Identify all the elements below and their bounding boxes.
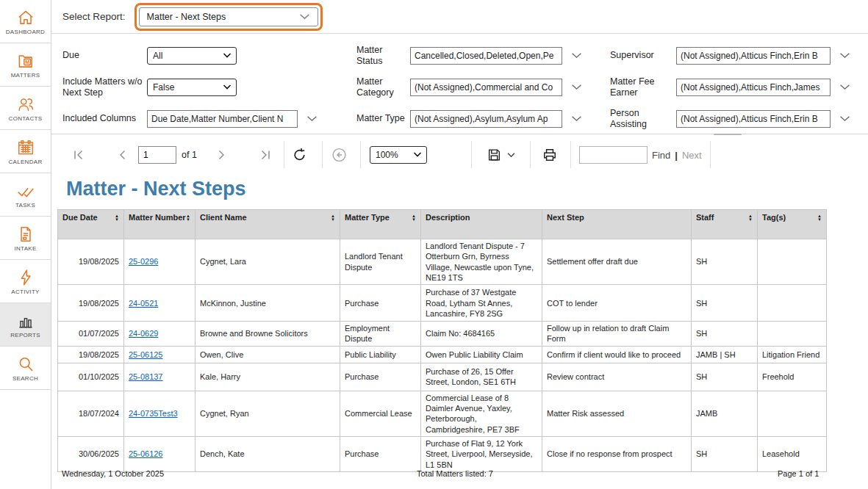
included-columns-label: Included Columns xyxy=(62,113,147,123)
next-step-cell: Matter Risk assessed xyxy=(542,391,692,436)
report-parameters-panel: Due All Matter Status Supervisor Include… xyxy=(51,35,868,134)
column-header-matter-number[interactable]: Matter Number▲▼ xyxy=(124,210,196,239)
chevron-down-icon xyxy=(507,152,515,157)
sidebar-item-label: CALENDAR xyxy=(9,159,43,165)
report-select[interactable]: Matter - Next Steps xyxy=(139,7,318,26)
matter-link[interactable]: 24-0735Test3 xyxy=(129,409,178,418)
matter-link[interactable]: 25-0296 xyxy=(129,257,158,266)
sidebar-item-label: REPORTS xyxy=(10,332,40,338)
sidebar-item-label: MATTERS xyxy=(11,72,40,79)
report-select-highlight: Matter - Next Steps xyxy=(134,3,323,31)
current-page-input[interactable] xyxy=(138,146,176,164)
table-header-row: Due Date▲▼Matter Number▲▼Client Name▲▼Ma… xyxy=(58,210,827,239)
zoom-select[interactable]: 100% xyxy=(370,146,427,164)
select-report-label: Select Report: xyxy=(62,11,126,22)
sidebar-item-search[interactable]: SEARCH xyxy=(0,347,51,390)
tags-cell: Leasehold xyxy=(758,436,827,471)
staff-cell: SH xyxy=(692,436,758,471)
matter-category-input[interactable] xyxy=(410,79,562,96)
included-columns-dropdown-icon[interactable] xyxy=(306,115,318,122)
matter-status-dropdown-icon[interactable] xyxy=(571,52,582,59)
sort-arrows-icon[interactable]: ▲▼ xyxy=(186,214,190,222)
sidebar-item-contacts[interactable]: CONTACTS xyxy=(0,87,51,130)
sidebar-item-label: ACTIVITY xyxy=(11,289,39,295)
select-caret-icon xyxy=(223,84,232,90)
due-date-cell: 18/07/2024 xyxy=(58,391,124,436)
supervisor-label: Supervisor xyxy=(610,50,676,60)
matter-link[interactable]: 25-08137 xyxy=(129,372,163,381)
column-header-matter-type[interactable]: Matter Type▲▼ xyxy=(340,210,421,239)
last-page-button[interactable] xyxy=(259,148,272,162)
app-window: DASHBOARDMMATTERSCONTACTSCALENDARTASKSIN… xyxy=(0,0,868,489)
next-button[interactable]: Next xyxy=(682,149,702,160)
table-row: 30/06/202525-06126Dench, KatePurchasePur… xyxy=(58,436,827,471)
export-button[interactable] xyxy=(487,148,515,162)
matter-link[interactable]: 25-06126 xyxy=(129,449,163,458)
column-header-label: Matter Number xyxy=(129,213,186,222)
client-name-cell: McKinnon, Justine xyxy=(196,285,340,322)
matter-type-input[interactable] xyxy=(410,110,562,128)
fee-earner-dropdown-icon[interactable] xyxy=(839,84,850,90)
folder-m-icon: M xyxy=(16,51,35,70)
matter-link[interactable]: 24-0629 xyxy=(129,329,158,338)
column-header-tag-s-[interactable]: Tag(s)▲▼ xyxy=(758,210,827,239)
sidebar-item-reports[interactable]: REPORTS xyxy=(0,303,51,347)
supervisor-input[interactable] xyxy=(676,47,831,65)
person-assisting-label: Person Assisting xyxy=(610,108,676,129)
matter-type-cell: Purchase xyxy=(340,436,421,471)
column-header-client-name[interactable]: Client Name▲▼ xyxy=(196,210,340,239)
report-footer-page: Page 1 of 1 xyxy=(778,469,819,478)
supervisor-dropdown-icon[interactable] xyxy=(839,52,850,59)
matter-link[interactable]: 25-06125 xyxy=(129,350,163,359)
due-select[interactable]: All xyxy=(147,47,237,65)
sidebar-item-intake[interactable]: INTAKE xyxy=(0,217,51,260)
refresh-button[interactable] xyxy=(292,147,307,162)
report-title: Matter - Next Steps xyxy=(66,178,246,200)
matter-category-label: Matter Category xyxy=(356,76,410,98)
column-header-staff[interactable]: Staff▲▼ xyxy=(692,210,758,239)
person-assisting-input[interactable] xyxy=(676,110,831,128)
include-matters-select[interactable]: False xyxy=(147,79,237,96)
sort-arrows-icon[interactable]: ▲▼ xyxy=(115,214,119,222)
sidebar-item-calendar[interactable]: CALENDAR xyxy=(0,130,51,173)
next-step-cell: Close if no response from prospect xyxy=(542,436,692,471)
sidebar-item-matters[interactable]: MMATTERS xyxy=(0,43,51,87)
description-cell: Purchase of 37 Westgate Road, Lytham St … xyxy=(421,285,542,322)
back-button[interactable] xyxy=(331,147,347,162)
matter-number-cell: 25-08137 xyxy=(124,363,196,391)
client-name-cell: Browne and Browne Solicitors xyxy=(196,322,340,347)
lightning-icon xyxy=(16,268,35,287)
find-next-divider: | xyxy=(675,149,678,160)
included-columns-input[interactable] xyxy=(147,110,298,128)
person-assisting-dropdown-icon[interactable] xyxy=(839,115,850,122)
sort-arrows-icon[interactable]: ▲▼ xyxy=(748,214,753,222)
previous-page-button[interactable] xyxy=(116,148,129,162)
first-page-button[interactable] xyxy=(72,148,85,162)
description-cell: Commercial Lease of 8 Daimler Avenue, Ya… xyxy=(421,391,542,436)
matter-type-dropdown-icon[interactable] xyxy=(571,115,582,122)
due-label: Due xyxy=(62,50,147,60)
staff-cell: SH xyxy=(692,322,758,347)
matter-link[interactable]: 24-0521 xyxy=(129,299,158,308)
sidebar-item-tasks[interactable]: TASKS xyxy=(0,173,51,217)
sidebar-item-dashboard[interactable]: DASHBOARD xyxy=(0,0,51,43)
column-header-due-date[interactable]: Due Date▲▼ xyxy=(58,210,124,239)
fee-earner-input[interactable] xyxy=(676,79,831,96)
print-button[interactable] xyxy=(542,148,557,162)
next-page-button[interactable] xyxy=(215,148,228,162)
matter-status-input[interactable] xyxy=(410,47,562,65)
sort-arrows-icon[interactable]: ▲▼ xyxy=(412,214,416,222)
matter-category-dropdown-icon[interactable] xyxy=(571,84,582,90)
find-button[interactable]: Find xyxy=(652,149,670,160)
sort-arrows-icon[interactable]: ▲▼ xyxy=(817,214,822,222)
sidebar-item-activity[interactable]: ACTIVITY xyxy=(0,260,51,303)
matters-table: Due Date▲▼Matter Number▲▼Client Name▲▼Ma… xyxy=(57,209,827,472)
top-bar: Select Report: Matter - Next Steps xyxy=(51,0,868,34)
description-cell: Purchase of Flat 9, 12 York Street, Live… xyxy=(421,436,542,471)
sort-arrows-icon[interactable]: ▲▼ xyxy=(331,214,335,222)
find-input[interactable] xyxy=(579,146,648,164)
next-step-cell: COT to lender xyxy=(542,285,692,322)
document-icon xyxy=(16,225,35,244)
toolbar-separator xyxy=(322,141,323,168)
description-cell: Purchase of 26, 15 Offer Street, London,… xyxy=(421,363,542,391)
